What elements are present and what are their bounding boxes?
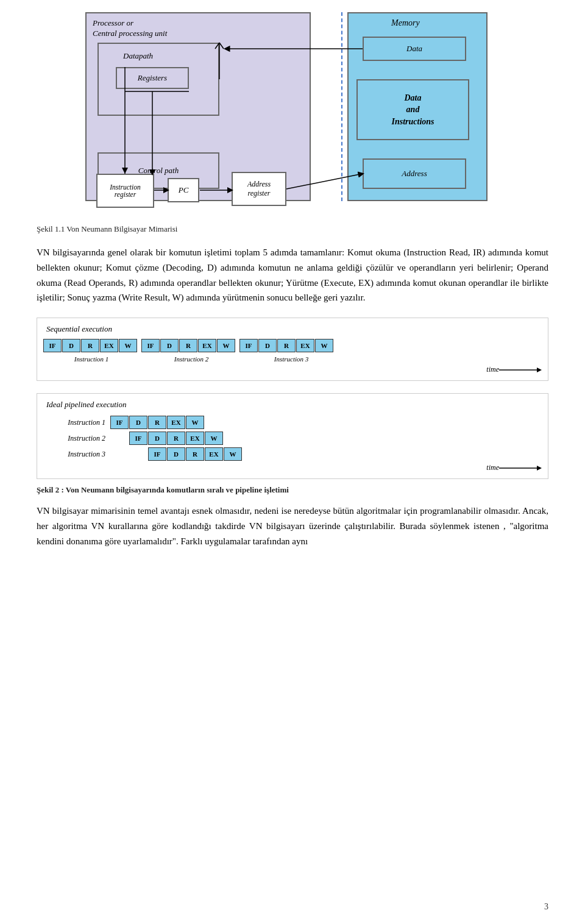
p-i2-w: W	[205, 432, 223, 445]
pipeline-instr1-stages: IF D R EX W	[110, 416, 205, 429]
addressreg-label: Address register	[247, 180, 271, 198]
seq-instr1-label: Instruction 1	[43, 355, 140, 363]
p-i1-w: W	[186, 416, 204, 429]
seq-time-label: time	[486, 365, 499, 374]
datapath-label: Datapath	[123, 51, 153, 61]
seq-i1-r: R	[81, 339, 99, 352]
seq-i2-ex: EX	[198, 339, 216, 352]
mem-addr-box: Address	[363, 158, 466, 189]
seq-i3-ex: EX	[296, 339, 314, 352]
p-i3-r: R	[186, 447, 204, 461]
seq-i1-if: IF	[43, 339, 62, 352]
figure1-container: Processor or Central processing unit Mem…	[37, 12, 548, 219]
seq-i1-ex: EX	[100, 339, 118, 352]
p-i2-ex: EX	[186, 432, 204, 445]
pipeline-execution-diagram: Ideal pipelined execution Instruction 1 …	[37, 393, 548, 479]
mem-di-label: Data and Instructions	[391, 92, 434, 128]
p-i3-ex: EX	[205, 447, 223, 461]
paragraph2: VN bilgisayar mimarisinin temel avantajı…	[37, 503, 548, 549]
seq-i3-if: IF	[239, 339, 258, 352]
p-i2-if: IF	[129, 432, 147, 445]
pipeline-row-2: Instruction 2 IF D R EX W	[43, 432, 548, 445]
addressreg-box: Address register	[232, 172, 286, 206]
pipeline-title: Ideal pipelined execution	[46, 400, 548, 410]
pipeline-time-label: time	[486, 463, 499, 472]
pipeline-instr1-label: Instruction 1	[43, 418, 110, 427]
ir-box: Instruction register	[96, 174, 154, 208]
seq-title: Sequential execution	[46, 324, 548, 334]
page-number: 3	[544, 902, 548, 912]
p-i1-ex: EX	[167, 416, 185, 429]
pipeline-row-3: Instruction 3 IF D R EX W	[43, 447, 548, 461]
pc-label: PC	[179, 185, 189, 195]
seq-i1-d: D	[62, 339, 80, 352]
pc-box: PC	[168, 178, 199, 202]
figure2-caption: Şekil 2 : Von Neumann bilgisayarında kom…	[37, 485, 548, 495]
seq-i3-d: D	[258, 339, 277, 352]
ir-label: Instruction register	[110, 183, 140, 198]
seq-i3-w: W	[315, 339, 333, 352]
mem-data-box: Data	[363, 37, 466, 61]
seq-time-arrow	[499, 366, 542, 374]
mem-addr-label: Address	[402, 169, 427, 179]
seq-i2-if: IF	[141, 339, 160, 352]
seq-i1-w: W	[119, 339, 137, 352]
seq-i2-w: W	[217, 339, 235, 352]
pipeline-instr3-stages: IF D R EX W	[148, 447, 243, 461]
p-i3-d: D	[167, 447, 185, 461]
p-i1-r: R	[148, 416, 166, 429]
seq-instr2-label: Instruction 2	[143, 355, 239, 363]
pipeline-time-arrow	[499, 464, 542, 472]
registers-box: Registers	[116, 67, 189, 89]
seq-execution-row: IF D R EX W IF D R EX W IF D R EX W	[43, 339, 548, 352]
memory-label: Memory	[391, 18, 420, 28]
pipeline-row-1: Instruction 1 IF D R EX W	[43, 416, 548, 429]
p-i2-d: D	[148, 432, 166, 445]
paragraph1: VN bilgisayarında genel olarak bir komut…	[37, 245, 548, 305]
pipeline-instr3-label: Instruction 3	[43, 450, 110, 459]
p-i2-r: R	[167, 432, 185, 445]
svg-marker-14	[537, 368, 542, 372]
p-i3-w: W	[224, 447, 242, 461]
p-i1-d: D	[129, 416, 147, 429]
mem-data-label: Data	[406, 44, 422, 54]
mem-di-box: Data and Instructions	[356, 79, 469, 140]
cpu-label: Processor or Central processing unit	[93, 18, 167, 39]
p-i3-if: IF	[148, 447, 166, 461]
seq-i2-d: D	[160, 339, 179, 352]
figure1-caption: Şekil 1.1 Von Neumann Bilgisayar Mimaris…	[37, 224, 548, 234]
registers-label: Registers	[138, 73, 167, 83]
pipeline-instr2-stages: IF D R EX W	[129, 432, 224, 445]
seq-i3-r: R	[277, 339, 296, 352]
svg-marker-16	[537, 466, 542, 471]
p-i1-if: IF	[110, 416, 129, 429]
seq-i2-r: R	[179, 339, 197, 352]
seq-instr3-label: Instruction 3	[243, 355, 339, 363]
pipeline-instr2-label: Instruction 2	[43, 434, 110, 443]
sequential-execution-diagram: Sequential execution IF D R EX W IF D R …	[37, 318, 548, 381]
dashed-separator-line	[341, 12, 342, 201]
